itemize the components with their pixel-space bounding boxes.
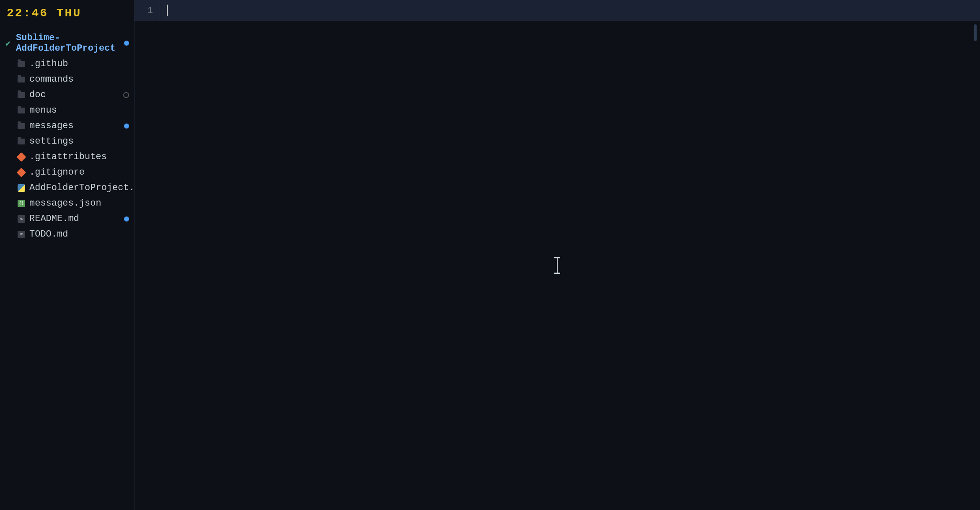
item-label-github: .github: [29, 59, 129, 69]
item-label-addfolderpy: AddFolderToProject.py: [29, 183, 134, 193]
file-tree: ✔ Sublime-AddFolderToProject .github com…: [0, 28, 134, 510]
sidebar-item-readmemd[interactable]: MD README.md: [0, 211, 134, 227]
folder-icon: [17, 90, 26, 100]
sidebar-item-doc[interactable]: doc: [0, 87, 134, 103]
editor[interactable]: 1: [134, 0, 980, 510]
sidebar-item-github[interactable]: .github: [0, 56, 134, 72]
root-label: Sublime-AddFolderToProject: [16, 33, 121, 54]
item-label-messages: messages: [29, 121, 121, 131]
i-beam-cursor: [553, 257, 561, 274]
line-number-1: 1: [134, 5, 160, 16]
sidebar-item-addfolderpy[interactable]: AddFolderToProject.py: [0, 180, 134, 196]
item-label-gitattributes: .gitattributes: [29, 152, 129, 162]
editor-body[interactable]: [134, 21, 980, 510]
line-content-1[interactable]: [160, 5, 980, 16]
i-beam-mid: [557, 258, 558, 273]
text-cursor: [167, 5, 168, 16]
doc-badge-empty: [123, 92, 129, 98]
clock-area: 22:46 THU: [0, 0, 134, 28]
sidebar: 22:46 THU ✔ Sublime-AddFolderToProject .…: [0, 0, 134, 510]
i-beam-bottom: [554, 273, 560, 274]
git-icon: [17, 152, 26, 162]
sidebar-item-menus[interactable]: menus: [0, 103, 134, 118]
sidebar-item-todomd[interactable]: MD TODO.md: [0, 227, 134, 242]
messages-badge-dot: [124, 124, 129, 129]
folder-icon: [17, 121, 26, 131]
scrollbar-indicator[interactable]: [974, 24, 977, 41]
sidebar-item-settings[interactable]: settings: [0, 134, 134, 149]
sidebar-item-gitignore[interactable]: .gitignore: [0, 165, 134, 180]
item-label-settings: settings: [29, 136, 129, 147]
folder-icon: [17, 75, 26, 84]
item-label-commands: commands: [29, 74, 129, 85]
editor-line-1[interactable]: 1: [134, 0, 980, 21]
python-icon: [17, 183, 26, 193]
md-icon: MD: [17, 230, 26, 239]
md-icon: MD: [17, 214, 26, 224]
readmemd-badge-dot: [124, 216, 129, 222]
git-icon: [17, 168, 26, 177]
item-label-readmemd: README.md: [29, 214, 121, 224]
sidebar-item-commands[interactable]: commands: [0, 72, 134, 87]
sidebar-item-messagesjson[interactable]: {} messages.json: [0, 196, 134, 211]
item-label-gitignore: .gitignore: [29, 167, 129, 178]
sidebar-item-gitattributes[interactable]: .gitattributes: [0, 149, 134, 165]
checkmark-icon: ✔: [3, 39, 13, 48]
sidebar-item-root[interactable]: ✔ Sublime-AddFolderToProject: [0, 30, 134, 56]
item-label-menus: menus: [29, 105, 129, 116]
clock-display: 22:46 THU: [7, 7, 81, 20]
folder-icon: [17, 106, 26, 115]
sidebar-item-messages[interactable]: messages: [0, 118, 134, 134]
root-badge-dot: [124, 41, 129, 46]
json-icon: {}: [17, 199, 26, 208]
folder-icon: [17, 137, 26, 146]
item-label-messagesjson: messages.json: [29, 198, 129, 209]
folder-icon: [17, 59, 26, 69]
item-label-todomd: TODO.md: [29, 229, 129, 240]
item-label-doc: doc: [29, 90, 120, 100]
